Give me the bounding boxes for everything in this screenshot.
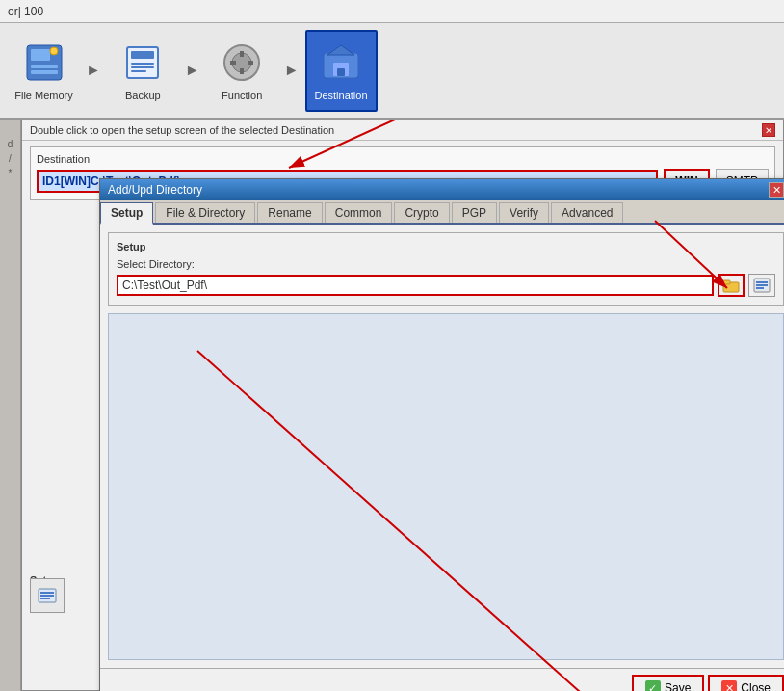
svg-rect-13 (240, 68, 244, 74)
svg-rect-25 (756, 287, 764, 289)
save-check-icon: ✓ (645, 680, 661, 691)
dialog-content-area (108, 313, 784, 660)
svg-point-4 (50, 47, 58, 55)
dialog-footer: ✓ Save ✕ Close (100, 668, 784, 691)
backup-label: Backup (125, 90, 161, 101)
browse-folder-btn[interactable] (718, 274, 745, 297)
setup-panel: Setup Select Directory: (100, 225, 784, 313)
svg-rect-12 (240, 51, 244, 57)
svg-rect-14 (230, 61, 236, 65)
function-label: Function (222, 90, 262, 101)
toolbar-btn-function[interactable]: Function (206, 30, 278, 112)
destination-status-bar: Double click to open the setup screen of… (22, 120, 783, 141)
tab-setup[interactable]: Setup (100, 202, 153, 225)
svg-rect-7 (131, 63, 154, 65)
save-button[interactable]: ✓ Save (632, 675, 704, 691)
arrow-2: ► (185, 62, 200, 79)
svg-marker-17 (327, 45, 354, 55)
svg-rect-2 (31, 65, 58, 68)
svg-rect-1 (31, 49, 50, 61)
function-icon (219, 40, 265, 86)
left-panel: d / * (0, 120, 21, 691)
browse-list-btn[interactable] (748, 274, 775, 297)
svg-rect-8 (131, 66, 154, 68)
tab-pgp[interactable]: PGP (452, 202, 497, 223)
tab-bar: Setup File & Directory Rename Common Cry… (100, 200, 784, 225)
svg-rect-19 (337, 68, 345, 76)
svg-rect-9 (131, 70, 146, 72)
tab-crypto[interactable]: Crypto (394, 202, 449, 223)
addupd-title: Add/Upd Directory (108, 183, 202, 197)
destination-status-text: Double click to open the setup screen of… (30, 124, 334, 136)
destination-icon (318, 40, 364, 86)
svg-rect-28 (40, 595, 54, 597)
toolbar-btn-destination[interactable]: Destination (305, 30, 378, 112)
svg-rect-27 (40, 592, 54, 594)
toolbar-btn-file-memory[interactable]: File Memory (8, 30, 80, 112)
toolbar: File Memory ► Backup ► (0, 23, 784, 120)
tab-rename[interactable]: Rename (257, 202, 322, 223)
svg-rect-23 (756, 281, 768, 283)
arrow-3: ► (284, 62, 300, 79)
setup-icon-btn[interactable] (30, 578, 65, 613)
svg-rect-24 (756, 284, 768, 286)
close-button[interactable]: ✕ Close (708, 675, 784, 691)
close-label: Close (741, 681, 771, 691)
backup-icon (119, 40, 166, 86)
main-content: d / * Double click to open the setup scr… (0, 120, 784, 691)
file-memory-icon (21, 40, 67, 86)
setup-group-label: Setup (117, 241, 775, 252)
svg-rect-6 (131, 51, 154, 59)
addupd-close-btn[interactable]: ✕ (769, 182, 784, 198)
destination-close-btn[interactable]: ✕ (762, 123, 775, 137)
top-bar-text: or| 100 (8, 5, 43, 18)
addupd-directory-dialog: Add/Upd Directory ✕ Setup File & Directo… (99, 178, 784, 691)
svg-rect-21 (723, 280, 730, 284)
destination-group-label: Destination (37, 153, 769, 165)
save-label: Save (665, 681, 691, 691)
tab-common[interactable]: Common (325, 202, 393, 223)
svg-rect-29 (40, 598, 50, 599)
directory-input[interactable] (117, 275, 714, 296)
addupd-title-bar: Add/Upd Directory ✕ (100, 179, 784, 200)
toolbar-btn-backup[interactable]: Backup (107, 30, 179, 112)
file-memory-label: File Memory (14, 90, 73, 101)
destination-label: Destination (315, 90, 368, 101)
top-bar: or| 100 (0, 0, 784, 23)
dir-input-row (117, 274, 775, 297)
tab-file-directory[interactable]: File & Directory (155, 202, 255, 223)
arrow-1: ► (86, 62, 101, 79)
setup-group: Setup Select Directory: (108, 232, 784, 306)
dir-label: Select Directory: (117, 258, 775, 270)
destination-dialog: Double click to open the setup screen of… (21, 120, 784, 691)
tab-verify[interactable]: Verify (499, 202, 549, 223)
tab-advanced[interactable]: Advanced (551, 202, 623, 223)
close-x-icon: ✕ (721, 680, 737, 691)
svg-rect-3 (31, 70, 58, 74)
svg-rect-15 (248, 61, 253, 65)
